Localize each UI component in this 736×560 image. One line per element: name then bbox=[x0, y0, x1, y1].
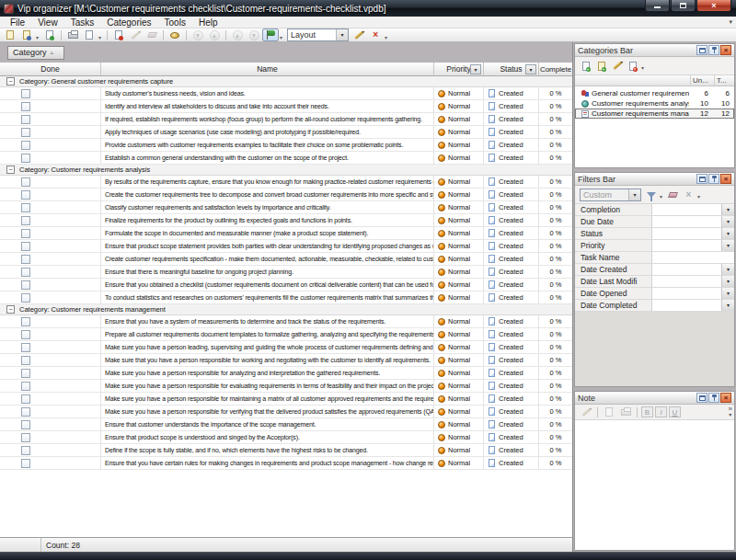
category-group-row[interactable]: −Category: Customer requirements analysi… bbox=[0, 165, 572, 176]
note-overflow-icon[interactable]: »▾ bbox=[729, 406, 732, 418]
column-header-status[interactable]: Status ▾ bbox=[484, 63, 539, 75]
task-row[interactable]: Ensure that product scope statement prov… bbox=[0, 240, 572, 253]
done-checkbox[interactable] bbox=[21, 128, 30, 137]
dropdown-button[interactable]: ▾ bbox=[721, 300, 734, 311]
task-row[interactable]: Make sure you have a person responsible … bbox=[0, 393, 572, 406]
done-checkbox[interactable] bbox=[21, 229, 30, 238]
panel-pin-button[interactable] bbox=[708, 45, 719, 55]
done-checkbox[interactable] bbox=[21, 330, 30, 339]
open-file-button[interactable] bbox=[41, 29, 58, 41]
menu-item-help[interactable]: Help bbox=[192, 17, 224, 28]
done-checkbox[interactable] bbox=[21, 293, 30, 303]
task-row[interactable]: Prepare all customer requirements docume… bbox=[0, 328, 572, 341]
edit-note-button[interactable] bbox=[578, 406, 594, 418]
done-checkbox[interactable] bbox=[21, 356, 30, 365]
done-checkbox[interactable] bbox=[21, 242, 30, 251]
menu-item-categories[interactable]: Categories bbox=[100, 17, 157, 28]
menu-item-file[interactable]: File bbox=[4, 17, 31, 28]
dropdown-button[interactable]: ▾ bbox=[721, 204, 734, 215]
task-row[interactable]: Ensure that there is meaningful baseline… bbox=[0, 266, 572, 279]
panel-pin-button[interactable] bbox=[708, 174, 719, 184]
done-checkbox[interactable] bbox=[21, 102, 30, 111]
new-dropdown-button[interactable] bbox=[18, 29, 35, 41]
task-row[interactable]: Make sure that you have a person respons… bbox=[0, 354, 572, 367]
add-subcategory-button[interactable]: + bbox=[593, 60, 609, 73]
new-overflow-icon[interactable]: ▾ bbox=[36, 34, 39, 40]
done-checkbox[interactable] bbox=[21, 407, 30, 417]
done-checkbox[interactable] bbox=[21, 203, 30, 212]
bold-button[interactable]: B bbox=[641, 406, 653, 417]
delete-task-button[interactable] bbox=[144, 29, 160, 41]
dropdown-button[interactable]: ▾ bbox=[721, 264, 734, 275]
done-checkbox[interactable] bbox=[21, 433, 30, 442]
menu-overflow-icon[interactable]: ▾ bbox=[729, 18, 732, 26]
delete-category-button[interactable]: × bbox=[625, 60, 640, 73]
categories-overflow-icon[interactable]: ▾ bbox=[641, 64, 644, 71]
expand-all-button[interactable]: ▼ bbox=[246, 29, 262, 41]
done-checkbox[interactable] bbox=[21, 154, 30, 163]
clear-filter-button[interactable] bbox=[665, 189, 681, 201]
filter-value-field[interactable] bbox=[652, 216, 721, 227]
edit-layout-button[interactable] bbox=[351, 29, 367, 41]
task-row[interactable]: Make sure you have a person responsible … bbox=[0, 367, 572, 380]
layout-view-overflow-icon[interactable]: ▾ bbox=[280, 34, 282, 40]
edit-task-button[interactable] bbox=[127, 29, 144, 41]
underline-button[interactable]: U bbox=[669, 406, 681, 417]
done-checkbox[interactable] bbox=[21, 459, 30, 468]
print-button[interactable] bbox=[64, 29, 81, 41]
dropdown-button[interactable]: ▾ bbox=[721, 276, 734, 287]
group-by-category-button[interactable]: Category ▵ bbox=[7, 46, 64, 60]
collapse-icon[interactable]: − bbox=[6, 166, 15, 174]
menu-item-tools[interactable]: Tools bbox=[158, 17, 192, 28]
done-checkbox[interactable] bbox=[21, 317, 30, 326]
done-checkbox[interactable] bbox=[21, 89, 30, 98]
new-task-button[interactable] bbox=[110, 29, 127, 41]
task-row[interactable]: Define if the scope is fully stable, and… bbox=[0, 444, 572, 457]
task-row[interactable]: Formulate the scope in documented and me… bbox=[0, 227, 572, 240]
note-content[interactable] bbox=[575, 420, 734, 550]
print-preview-button[interactable] bbox=[81, 29, 98, 41]
category-group-row[interactable]: −Category: General customer requirements… bbox=[0, 76, 572, 87]
column-header-total[interactable]: T... bbox=[714, 75, 734, 86]
filter-value-field[interactable] bbox=[652, 288, 721, 299]
task-row[interactable]: Create the customer requirements tree to… bbox=[0, 189, 572, 201]
task-row[interactable]: To conduct statistics and researches on … bbox=[0, 291, 572, 304]
filter-overflow-icon[interactable]: ▾ bbox=[660, 193, 662, 200]
task-row[interactable]: Ensure that you have certain rules for m… bbox=[0, 457, 572, 470]
task-row[interactable]: By results of the requirements capture, … bbox=[0, 176, 572, 189]
filter-value-field[interactable] bbox=[652, 252, 734, 263]
filter-value-field[interactable] bbox=[652, 204, 721, 215]
done-checkbox[interactable] bbox=[21, 420, 30, 429]
close-button[interactable]: × bbox=[696, 0, 731, 12]
custom-filter-combobox[interactable]: Custom ▾ bbox=[580, 189, 641, 201]
done-checkbox[interactable] bbox=[21, 177, 30, 187]
menu-item-view[interactable]: View bbox=[31, 17, 64, 28]
print-overflow-icon[interactable]: ▾ bbox=[98, 34, 101, 40]
italic-button[interactable]: I bbox=[655, 406, 667, 417]
print-note-button[interactable] bbox=[617, 406, 634, 418]
done-checkbox[interactable] bbox=[21, 394, 30, 404]
filters-overflow-icon[interactable]: ▾ bbox=[697, 193, 700, 200]
done-checkbox[interactable] bbox=[21, 280, 30, 290]
filter-value-field[interactable] bbox=[652, 276, 721, 287]
move-down-button[interactable]: ▼ bbox=[190, 29, 206, 41]
column-header-name[interactable]: Name bbox=[101, 63, 434, 75]
category-item[interactable]: Customer requirements analysis1010 bbox=[575, 98, 734, 109]
remove-filter-button[interactable]: × bbox=[681, 189, 696, 201]
column-header-priority[interactable]: Priority ▾ bbox=[434, 63, 484, 75]
collapse-icon[interactable]: − bbox=[6, 77, 15, 86]
delete-layout-button[interactable]: × bbox=[367, 29, 384, 41]
dropdown-button[interactable]: ▾ bbox=[721, 288, 734, 299]
menu-item-tasks[interactable]: Tasks bbox=[64, 17, 101, 28]
column-header-done[interactable]: Done bbox=[0, 63, 101, 75]
layout-view-button[interactable] bbox=[262, 29, 279, 41]
insert-note-button[interactable] bbox=[601, 406, 617, 418]
dropdown-button[interactable]: ▾ bbox=[721, 216, 734, 227]
task-row[interactable]: Classify customer requirements and satis… bbox=[0, 201, 572, 214]
filter-value-field[interactable] bbox=[652, 228, 721, 239]
apply-filter-button[interactable] bbox=[643, 189, 659, 201]
filter-value-field[interactable] bbox=[652, 300, 721, 311]
view-task-button[interactable] bbox=[167, 29, 183, 41]
done-checkbox[interactable] bbox=[21, 115, 30, 124]
task-row[interactable]: Ensure that you obtained a checklist (cu… bbox=[0, 279, 572, 291]
